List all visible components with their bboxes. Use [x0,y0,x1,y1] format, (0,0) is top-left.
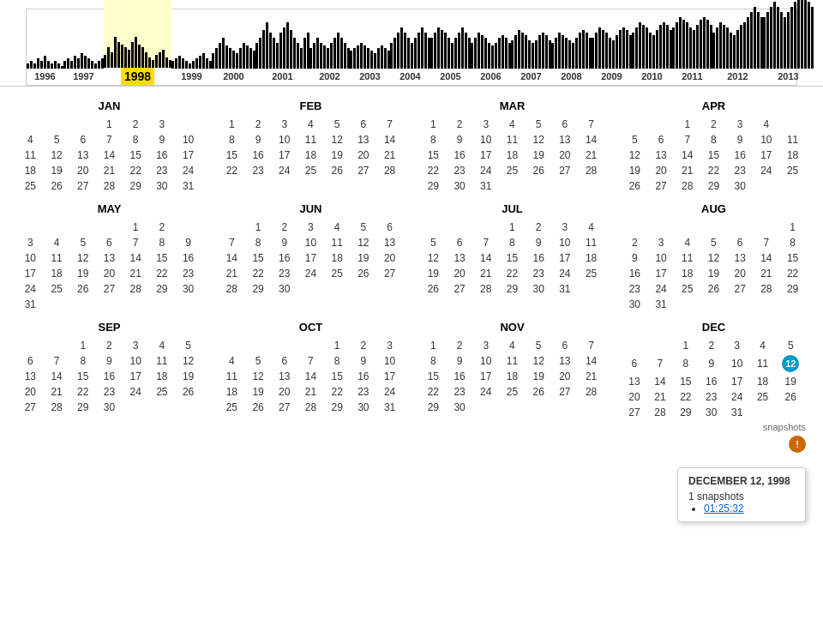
bar [474,38,477,69]
year-col-2003[interactable]: 2003 [350,0,390,85]
day-cell: 11 [499,353,526,369]
day-cell: 4 [44,235,70,250]
day-cell: 18 [297,147,324,163]
day-cell: 28 [754,281,780,297]
bar [333,38,336,69]
bar [276,43,279,69]
table-row: 20212223242526 [17,384,201,400]
year-bars [171,0,212,69]
bar [586,33,588,69]
day-cell: 28 [96,178,123,194]
bar [706,20,709,69]
year-col-2012[interactable]: 2012 [712,0,763,85]
day-cell: 10 [648,250,675,266]
year-col-2008[interactable]: 2008 [551,0,592,85]
bar [397,33,399,69]
year-col-2010[interactable]: 2010 [632,0,672,85]
bar [414,38,417,69]
year-col-2013[interactable]: 2013 [763,0,814,85]
day-cell: 20 [552,147,579,163]
bar [616,35,618,69]
day-cell: 30 [351,400,377,415]
day-cell: 26 [324,163,351,178]
year-col-2000[interactable]: 2000 [212,0,255,85]
day-cell: 2 [271,220,297,235]
day-cell: 22 [420,384,447,400]
snapshot-badge-blue[interactable]: 12 [782,355,799,372]
bar [481,35,484,69]
year-bars [763,0,814,69]
day-cell: 8 [499,235,526,250]
bar [91,61,93,69]
day-cell [69,117,96,132]
day-cell: 25 [578,266,604,281]
year-col-1998[interactable]: 1998 [104,0,171,85]
bar [370,51,373,69]
day-cell [754,297,780,312]
day-cell: 16 [727,147,754,163]
day-cell: 9 [727,132,754,147]
bar [551,43,554,69]
year-col-1996[interactable]: 1996 [27,0,63,85]
day-cell: 1 [219,117,245,132]
day-cell: 26 [44,178,70,194]
bar [804,0,807,69]
day-cell [351,281,377,297]
bar [30,61,33,69]
year-label: 2001 [272,69,292,85]
bar [726,27,729,69]
year-col-2002[interactable]: 2002 [309,0,350,85]
year-col-2004[interactable]: 2004 [390,0,430,85]
year-col-2006[interactable]: 2006 [471,0,511,85]
day-cell: 7 [754,235,780,250]
day-cell: 30 [96,400,123,415]
day-cell: 18 [499,369,526,384]
day-cell [69,297,96,312]
bar [801,0,803,69]
bar [404,33,406,69]
month-title: SEP [17,321,201,334]
day-cell: 29 [700,178,727,194]
bar [104,55,106,68]
bar [441,30,443,69]
bar [135,37,137,68]
day-cell: 21 [96,163,123,178]
bar [94,63,97,69]
bar [787,12,790,69]
bar [390,43,393,69]
day-cell: 4 [499,338,526,353]
day-cell: 24 [175,163,201,178]
year-label: 2004 [399,69,420,85]
day-cell: 3 [297,220,324,235]
month-table: 1234567891011121314151617181920212223242… [219,338,403,415]
day-cell: 10 [175,132,201,147]
day-cell: 1 [674,117,700,132]
day-cell: 2 [149,220,176,235]
table-row: 1234567 [219,117,403,132]
year-col-1999[interactable]: 1999 [171,0,212,85]
year-col-2011[interactable]: 2011 [672,0,712,85]
day-cell: 2 [245,117,272,132]
day-cell: 25 [499,163,526,178]
year-col-2009[interactable]: 2009 [592,0,632,85]
warning-badge-orange[interactable]: ! [789,436,806,453]
year-col-2007[interactable]: 2007 [511,0,551,85]
day-cell: 28 [219,281,245,297]
year-col-1997[interactable]: 1997 [63,0,104,85]
day-cell: 15 [245,250,272,266]
table-row: 19202122232425 [420,266,604,281]
day-cell: 10 [376,353,403,369]
year-col-2005[interactable]: 2005 [430,0,471,85]
day-cell: 13 [648,147,675,163]
bar [605,33,608,69]
table-row: 9101112131415 [622,250,806,266]
table-row: 22232425262728 [420,163,604,178]
day-cell: 24 [271,163,297,178]
day-cell: 28 [44,400,70,415]
day-cell: 19 [175,369,201,384]
year-col-2001[interactable]: 2001 [255,0,309,85]
bar [243,43,245,69]
bar [491,45,494,69]
bar [313,43,315,69]
day-cell: 9 [447,132,473,147]
